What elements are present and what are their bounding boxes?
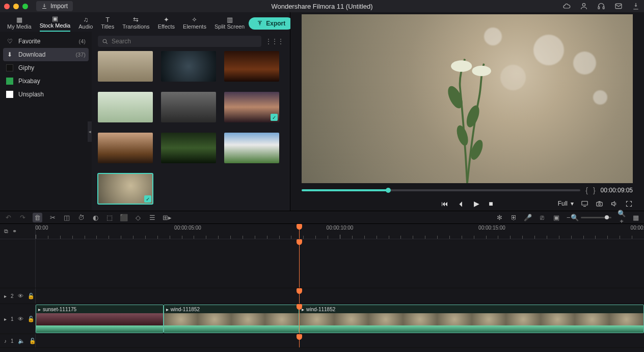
minimize-window-button[interactable] [13, 4, 19, 9]
color-button[interactable]: ◐ [91, 214, 99, 221]
tab-my-media[interactable]: ▦ My Media [3, 16, 36, 32]
mark-out-button[interactable]: } [593, 186, 596, 194]
sidebar-item-favorite[interactable]: ♡ Favorite (4) [0, 35, 92, 48]
redo-button[interactable]: ↷ [18, 214, 26, 221]
mixer-icon[interactable]: ✻ [495, 214, 503, 221]
add-track-button[interactable]: ⊞▸ [163, 214, 171, 221]
mail-icon[interactable] [614, 2, 623, 10]
keyframe-button[interactable]: ◇ [134, 214, 142, 221]
timeline-clip[interactable]: ▸wind-111852 [299, 305, 644, 333]
media-thumb[interactable] [161, 51, 216, 82]
mask-button[interactable]: ⬛ [120, 214, 128, 221]
tab-titles[interactable]: T Titles [97, 16, 118, 32]
collapse-sidebar-handle[interactable]: ◂ [88, 121, 92, 142]
media-thumb-selected[interactable]: ✓ [98, 173, 153, 204]
sidebar-item-giphy[interactable]: Giphy [0, 61, 92, 74]
zoom-slider[interactable] [581, 217, 611, 218]
tab-label: Effects [158, 23, 175, 32]
mute-icon[interactable]: 🔈 [18, 338, 25, 344]
media-thumb[interactable] [224, 51, 279, 82]
preview-viewport[interactable] [302, 14, 633, 183]
mark-in-button[interactable]: { [585, 186, 588, 194]
track-body-v2[interactable] [36, 288, 644, 304]
play-button[interactable]: ▶ [474, 199, 479, 208]
giphy-icon [6, 64, 13, 71]
greenscreen-button[interactable]: ⬚ [105, 214, 114, 221]
headphones-icon[interactable] [597, 2, 605, 10]
prev-frame-button[interactable]: ⏮ [441, 199, 448, 208]
media-thumb[interactable]: ✓ [224, 92, 279, 122]
zoom-out-button[interactable]: −🔍 [567, 214, 575, 221]
user-icon[interactable] [580, 2, 588, 10]
track-label: 1 [11, 338, 14, 344]
undo-button[interactable]: ↶ [4, 214, 12, 221]
volume-icon[interactable] [610, 200, 618, 208]
marker-icon[interactable]: ⛨ [509, 214, 518, 221]
zoom-fit-button[interactable]: ▦ [632, 214, 640, 221]
lock-icon[interactable]: 🔓 [28, 293, 35, 299]
media-thumb[interactable] [161, 133, 216, 163]
timecode-display: 00:00:09:05 [601, 187, 633, 194]
tab-elements[interactable]: ✧ Elements [179, 16, 210, 32]
tab-audio[interactable]: ♫ Audio [74, 16, 97, 32]
track-body-v1[interactable]: ▸sunset-111175 ▸wind-111852 ▸wind-111852 [36, 304, 644, 334]
titles-icon: T [101, 16, 114, 23]
track-body-empty[interactable] [36, 239, 644, 288]
delete-button[interactable]: 🗑 [33, 213, 42, 222]
cloud-icon[interactable] [562, 2, 571, 10]
media-thumb[interactable] [98, 92, 153, 122]
magnet-icon[interactable]: ⧉ [4, 228, 8, 235]
time-ruler[interactable]: 00:0000:00:05:0000:00:10:0000:00:15:0000… [36, 224, 644, 239]
tab-label: Stock Media [40, 22, 71, 32]
media-thumb[interactable] [98, 133, 153, 163]
stock-icon: ▣ [40, 15, 71, 22]
tab-split-screen[interactable]: ▥ Split Screen [210, 16, 249, 32]
crop-button[interactable]: ◫ [63, 214, 71, 221]
import-button[interactable]: Import [36, 1, 73, 11]
playhead[interactable] [299, 224, 300, 239]
visibility-icon[interactable]: 👁 [18, 316, 23, 322]
lock-icon[interactable]: 🔓 [28, 316, 35, 322]
stop-button[interactable]: ■ [489, 199, 493, 208]
grid-view-icon[interactable]: ⋮⋮⋮ [265, 38, 284, 45]
lock-icon[interactable]: 🔓 [29, 338, 36, 344]
sidebar-item-pixabay[interactable]: Pixabay [0, 74, 92, 88]
voiceover-icon[interactable]: 🎤 [524, 214, 532, 221]
preview-scrubber[interactable] [302, 189, 580, 191]
visibility-icon[interactable]: 👁 [18, 293, 23, 299]
tab-stock-media[interactable]: ▣ Stock Media [36, 15, 75, 32]
svg-point-9 [454, 124, 470, 147]
close-window-button[interactable] [4, 4, 10, 9]
split-button[interactable]: ✂ [48, 214, 57, 221]
tab-transitions[interactable]: ⇆ Transitions [118, 16, 153, 32]
snapshot-icon[interactable] [596, 200, 603, 208]
media-thumb[interactable] [98, 51, 153, 82]
zoom-in-button[interactable]: 🔍+ [618, 210, 626, 225]
timeline-clip[interactable]: ▸sunset-111175 [36, 305, 164, 333]
download-queue-icon[interactable] [632, 2, 640, 10]
sidebar-item-download[interactable]: ⬇ Download (37) [3, 48, 89, 61]
media-thumb[interactable] [224, 133, 279, 163]
track-body-a1[interactable] [36, 334, 644, 347]
tab-label: Transitions [122, 23, 149, 32]
media-thumb[interactable] [161, 92, 216, 122]
speed-button[interactable]: ⏱ [77, 214, 85, 221]
search-input[interactable] [112, 38, 257, 45]
preview-quality-select[interactable]: Full ▾ [558, 200, 574, 207]
sidebar-item-unsplash[interactable]: Unsplash [0, 88, 92, 101]
window-controls [4, 4, 28, 9]
fullscreen-window-button[interactable] [22, 4, 28, 9]
export-button[interactable]: Export [249, 17, 293, 30]
timeline-clip[interactable]: ▸wind-111852 [164, 305, 299, 333]
track-head-empty [0, 239, 36, 288]
display-icon[interactable] [581, 200, 588, 208]
audio-mixer-icon[interactable]: ⎚ [538, 214, 546, 221]
fullscreen-icon[interactable] [625, 200, 633, 208]
link-icon[interactable]: ⚭ [12, 228, 17, 235]
step-back-button[interactable]: ⏴ [458, 199, 465, 208]
tab-effects[interactable]: ✦ Effects [154, 16, 179, 32]
search-box[interactable] [98, 36, 261, 47]
audio-icon: ♫ [78, 16, 93, 23]
more-button[interactable]: ☰ [148, 214, 156, 221]
render-icon[interactable]: ▣ [552, 214, 560, 221]
